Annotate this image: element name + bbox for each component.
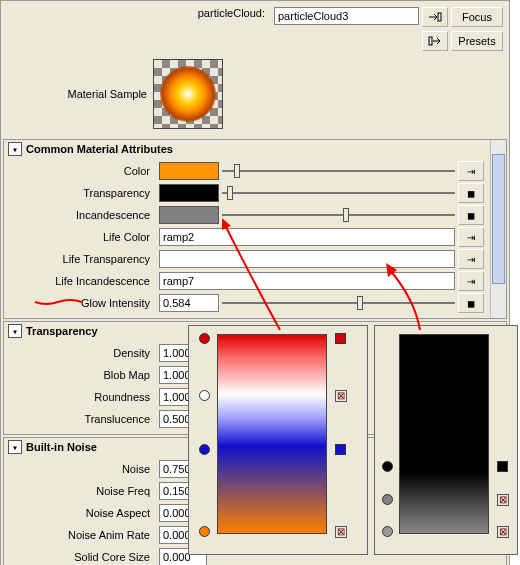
life-color-input[interactable] <box>159 228 455 246</box>
goto-input-icon[interactable] <box>422 7 448 27</box>
collapse-toggle[interactable]: ▾ <box>8 142 22 156</box>
goto-output-icon[interactable] <box>422 31 448 51</box>
color-label: Color <box>6 165 156 177</box>
ramp-gradient[interactable] <box>217 334 327 534</box>
round-label: Roundness <box>6 391 156 403</box>
section-title: Common Material Attributes <box>26 143 173 155</box>
life-trans-connect-icon[interactable]: ⇥ <box>458 249 484 269</box>
ramp-stop[interactable] <box>199 333 210 344</box>
ramp-stop[interactable] <box>199 526 210 537</box>
transparency-label: Transparency <box>6 187 156 199</box>
svg-rect-1 <box>429 37 432 45</box>
ramp-stop[interactable] <box>382 494 393 505</box>
ramp-gradient[interactable] <box>399 334 489 534</box>
collapse-toggle[interactable]: ▾ <box>8 324 22 338</box>
glow-slider[interactable] <box>222 294 455 312</box>
section-title: Transparency <box>26 325 98 337</box>
ramp-stop[interactable] <box>382 461 393 472</box>
glow-input[interactable] <box>159 294 219 312</box>
noise-aspect-label: Noise Aspect <box>6 507 156 519</box>
section-title: Built-in Noise <box>26 441 97 453</box>
ramp-delete-icon[interactable]: ⊠ <box>335 390 347 402</box>
node-name-input[interactable] <box>274 7 419 25</box>
life-color-label: Life Color <box>6 231 156 243</box>
incand-label: Incandescence <box>6 209 156 221</box>
ramp-delete-icon[interactable]: ⊠ <box>497 494 509 506</box>
ramp-delete-icon[interactable]: ⊠ <box>497 526 509 538</box>
noise-freq-label: Noise Freq <box>6 485 156 497</box>
section-scrollbar[interactable] <box>490 140 506 318</box>
life-trans-label: Life Transparency <box>6 253 156 265</box>
ramp-stop-box[interactable] <box>335 444 346 455</box>
focus-button[interactable]: Focus <box>451 7 503 27</box>
life-incand-input[interactable] <box>159 272 455 290</box>
color-slider[interactable] <box>222 162 455 180</box>
life-incand-connect-icon[interactable]: ⇥ <box>458 271 484 291</box>
node-name-label: particleCloud: <box>151 7 271 27</box>
life-incand-label: Life Incandescence <box>6 275 156 287</box>
material-sample-swatch <box>153 59 223 129</box>
transparency-swatch[interactable] <box>159 184 219 202</box>
color-swatch[interactable] <box>159 162 219 180</box>
ramp-editor-color: ⊠ ⊠ <box>188 325 368 555</box>
solid-core-label: Solid Core Size <box>6 551 156 563</box>
glow-label: Glow Intensity <box>6 297 156 309</box>
noise-anim-label: Noise Anim Rate <box>6 529 156 541</box>
ramp-delete-icon[interactable]: ⊠ <box>335 526 347 538</box>
section-common-material: ▾Common Material Attributes Color⇥ Trans… <box>3 139 507 319</box>
translucence-label: Translucence <box>6 413 156 425</box>
sample-glow-sphere <box>160 66 216 122</box>
ramp-stop[interactable] <box>199 390 210 401</box>
glow-connect-icon[interactable]: ◼ <box>458 293 484 313</box>
life-color-connect-icon[interactable]: ⇥ <box>458 227 484 247</box>
ramp-stop[interactable] <box>382 526 393 537</box>
life-trans-input[interactable] <box>159 250 455 268</box>
incand-slider[interactable] <box>222 206 455 224</box>
incand-swatch[interactable] <box>159 206 219 224</box>
ramp-stop-box[interactable] <box>335 333 346 344</box>
ramp-stop-box[interactable] <box>497 461 508 472</box>
density-label: Density <box>6 347 156 359</box>
collapse-toggle[interactable]: ▾ <box>8 440 22 454</box>
noise-label: Noise <box>6 463 156 475</box>
ramp-stop[interactable] <box>199 444 210 455</box>
material-sample-label: Material Sample <box>3 88 153 100</box>
blob-label: Blob Map <box>6 369 156 381</box>
ramp-editor-black: ⊠ ⊠ <box>374 325 518 555</box>
transparency-connect-icon[interactable]: ◼ <box>458 183 484 203</box>
color-connect-icon[interactable]: ⇥ <box>458 161 484 181</box>
transparency-slider[interactable] <box>222 184 455 202</box>
incand-connect-icon[interactable]: ◼ <box>458 205 484 225</box>
presets-button[interactable]: Presets <box>451 31 503 51</box>
svg-rect-0 <box>438 13 441 21</box>
